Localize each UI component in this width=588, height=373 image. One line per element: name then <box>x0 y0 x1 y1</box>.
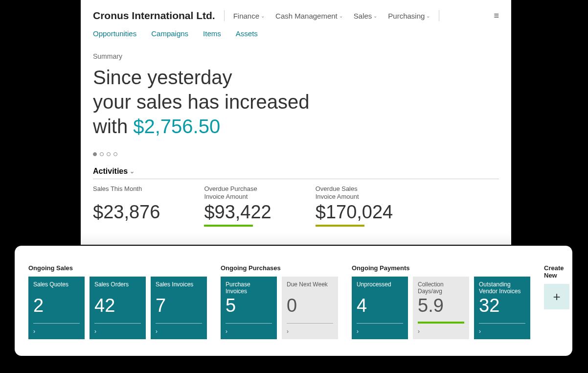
tile-due-next-week[interactable]: Due Next Week 0 › <box>282 277 338 339</box>
activity-sales-this-month[interactable]: Sales This Month $23,876 <box>93 185 160 227</box>
group-ongoing-sales: Ongoing Sales Sales Quotes 2 › Sales Ord… <box>28 264 207 339</box>
tiles-card: Ongoing Sales Sales Quotes 2 › Sales Ord… <box>15 246 572 356</box>
chevron-down-icon: ⌄ <box>261 13 265 19</box>
subnav-items[interactable]: Items <box>203 29 221 38</box>
dashboard-panel: Cronus International Ltd. Finance⌄ Cash … <box>81 0 511 245</box>
pager-dot[interactable] <box>113 152 117 156</box>
summary-label: Summary <box>93 52 499 60</box>
subnav-opportunities[interactable]: Opportunities <box>93 29 136 38</box>
pager-dot[interactable] <box>100 152 104 156</box>
divider <box>224 10 225 21</box>
chevron-down-icon: ⌄ <box>130 168 135 175</box>
group-create-new: Create New + <box>544 264 569 339</box>
chevron-right-icon: › <box>418 328 420 335</box>
tile-collection-days[interactable]: Collection Days/avg 5.9 › <box>413 277 469 339</box>
headline-line2: your sales has increased <box>93 90 499 114</box>
status-bar <box>316 225 364 227</box>
chevron-down-icon: ⌄ <box>373 13 377 19</box>
chevron-right-icon: › <box>226 328 227 335</box>
company-name: Cronus International Ltd. <box>93 10 215 22</box>
tile-purchase-invoices[interactable]: Purchase Invoices 5 › <box>221 277 277 339</box>
chevron-down-icon: ⌄ <box>339 13 343 19</box>
tile-sales-orders[interactable]: Sales Orders 42 › <box>90 277 146 339</box>
status-bar <box>204 225 253 227</box>
plus-icon: + <box>553 289 560 304</box>
status-bar <box>418 322 464 324</box>
group-label: Ongoing Sales <box>28 264 207 272</box>
secondary-nav: Opportunities Campaigns Items Assets <box>93 25 499 47</box>
chevron-right-icon: › <box>357 328 359 335</box>
tile-outstanding-vendor-invoices[interactable]: Outstanding Vendor Invoices 32 › <box>474 277 530 339</box>
header-row: Cronus International Ltd. Finance⌄ Cash … <box>93 10 499 25</box>
pager-dots[interactable] <box>93 152 499 156</box>
group-ongoing-purchases: Ongoing Purchases Purchase Invoices 5 › … <box>221 264 338 339</box>
activities-header[interactable]: Activities ⌄ <box>93 167 499 179</box>
pager-dot[interactable] <box>93 152 97 156</box>
headline-amount: $2,756.50 <box>133 116 220 137</box>
group-ongoing-payments: Ongoing Payments Unprocessed 4 › Collect… <box>352 264 530 339</box>
group-label: Ongoing Payments <box>352 264 530 272</box>
chevron-down-icon: ⌄ <box>426 13 430 19</box>
tile-sales-quotes[interactable]: Sales Quotes 2 › <box>28 277 85 339</box>
tile-sales-invoices[interactable]: Sales Invoices 7 › <box>151 277 207 339</box>
subnav-campaigns[interactable]: Campaigns <box>151 29 188 38</box>
headline-line3: with $2,756.50 <box>93 114 499 139</box>
divider <box>439 10 439 21</box>
activity-overdue-purchase[interactable]: Overdue Purchase Invoice Amount $93,422 <box>204 185 271 227</box>
nav-purchasing[interactable]: Purchasing⌄ <box>388 12 430 20</box>
chevron-right-icon: › <box>33 328 35 335</box>
group-label: Create New <box>544 264 569 279</box>
chevron-right-icon: › <box>156 328 158 335</box>
subnav-assets[interactable]: Assets <box>236 29 258 38</box>
activities-row: Sales This Month $23,876 Overdue Purchas… <box>93 185 499 227</box>
headline-line1: Since yesterday <box>93 65 499 90</box>
nav-cash-management[interactable]: Cash Management⌄ <box>275 12 343 20</box>
primary-nav: Finance⌄ Cash Management⌄ Sales⌄ Purchas… <box>233 12 430 20</box>
chevron-right-icon: › <box>479 328 481 335</box>
nav-finance[interactable]: Finance⌄ <box>233 12 265 20</box>
nav-sales[interactable]: Sales⌄ <box>354 12 378 20</box>
group-label: Ongoing Purchases <box>221 264 338 272</box>
chevron-right-icon: › <box>94 328 96 335</box>
hamburger-icon[interactable]: ≡ <box>494 11 499 21</box>
tile-unprocessed[interactable]: Unprocessed 4 › <box>352 277 408 339</box>
summary-headline: Since yesterday your sales has increased… <box>93 65 499 139</box>
chevron-right-icon: › <box>287 328 289 335</box>
activity-overdue-sales[interactable]: Overdue Sales Invoice Amount $170,024 <box>316 185 393 227</box>
create-new-button[interactable]: + <box>544 284 569 309</box>
pager-dot[interactable] <box>107 152 111 156</box>
